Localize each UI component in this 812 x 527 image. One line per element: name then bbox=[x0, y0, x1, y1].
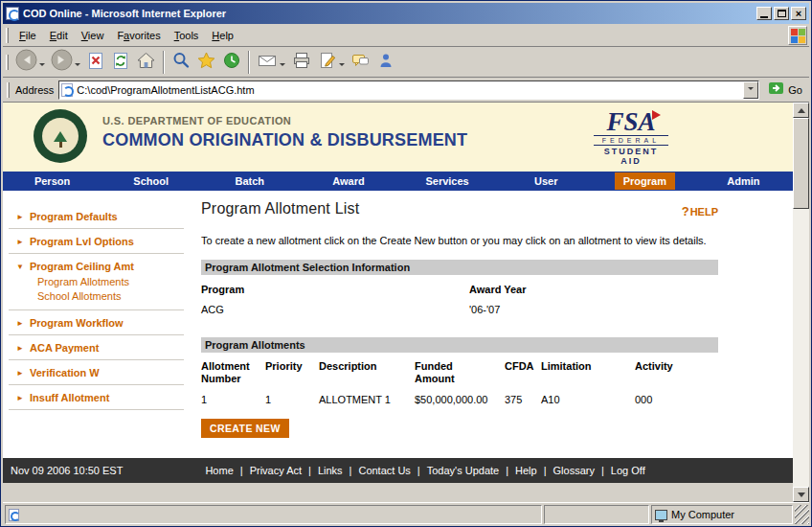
edit-button[interactable] bbox=[315, 49, 348, 76]
mail-envelope-icon bbox=[257, 51, 278, 74]
footer-link-links[interactable]: Links bbox=[318, 465, 343, 476]
page-icon bbox=[61, 83, 73, 97]
cell-cfda: 375 bbox=[505, 394, 541, 405]
toolbar-grip[interactable] bbox=[6, 55, 9, 70]
main-panel: Program Allotment List ?HELP To create a… bbox=[190, 191, 718, 458]
print-button[interactable] bbox=[288, 49, 315, 76]
address-dropdown-button[interactable] bbox=[743, 81, 758, 99]
sidebar-item-ceiling-header[interactable]: ▼Program Ceiling Amt bbox=[16, 261, 184, 272]
create-new-button[interactable]: CREATE NEW bbox=[201, 419, 289, 438]
forward-icon bbox=[51, 49, 73, 75]
back-dropdown-icon[interactable] bbox=[39, 63, 45, 69]
stop-button[interactable] bbox=[83, 49, 108, 76]
status-pane-zone: My Computer bbox=[651, 505, 793, 524]
cell-priority: 1 bbox=[265, 394, 319, 405]
cell-limitation: A10 bbox=[541, 394, 635, 405]
home-icon bbox=[136, 51, 156, 74]
address-bar: Address Go bbox=[3, 78, 809, 103]
maximize-icon bbox=[778, 10, 786, 17]
footer-link-todays-update[interactable]: Today's Update bbox=[427, 465, 499, 476]
browser-window: COD Online - Microsoft Internet Explorer… bbox=[0, 0, 812, 527]
nav-batch[interactable]: Batch bbox=[200, 172, 299, 191]
history-button[interactable] bbox=[219, 49, 244, 76]
footer-link-home[interactable]: Home bbox=[205, 465, 233, 476]
chevron-down-icon bbox=[748, 87, 754, 93]
menu-file[interactable]: File bbox=[12, 27, 43, 44]
sidebar-item-insuff-allotment[interactable]: ►Insuff Allotment bbox=[9, 385, 184, 410]
app-icon bbox=[6, 7, 19, 20]
col-header-priority: Priority bbox=[265, 360, 319, 385]
nav-services[interactable]: Services bbox=[398, 172, 497, 191]
footer-link-contact-us[interactable]: Contact Us bbox=[358, 465, 410, 476]
sidebar-item-aca-payment[interactable]: ►ACA Payment bbox=[9, 335, 184, 360]
status-pane-progress bbox=[544, 505, 649, 524]
page-bottom-gap bbox=[3, 483, 793, 502]
menu-view[interactable]: View bbox=[75, 27, 111, 44]
scrollbar-thumb[interactable] bbox=[793, 118, 809, 209]
menu-favorites[interactable]: Favorites bbox=[110, 27, 167, 44]
mail-button[interactable] bbox=[254, 49, 288, 76]
footer-links: Home | Privacy Act | Links | Contact Us … bbox=[205, 465, 644, 476]
fsa-subtitle2: STUDENT AID bbox=[594, 147, 668, 166]
chevron-right-icon: ► bbox=[16, 344, 30, 353]
sidebar-item-program-workflow[interactable]: ►Program Workflow bbox=[9, 310, 184, 335]
printer-icon bbox=[291, 51, 312, 74]
toolbar-grip[interactable] bbox=[6, 28, 9, 43]
allotment-row[interactable]: 1 1 ALLOTMENT 1 $50,000,000.00 375 A10 0… bbox=[201, 394, 718, 405]
messenger-button[interactable] bbox=[373, 49, 398, 76]
search-button[interactable] bbox=[169, 49, 193, 76]
go-button[interactable]: Go bbox=[764, 80, 806, 101]
nav-school[interactable]: School bbox=[102, 172, 200, 191]
footer-link-glossary[interactable]: Glossary bbox=[553, 465, 595, 476]
col-header-description: Description bbox=[319, 360, 415, 385]
footer-timestamp: Nov 09 2006 10:50 EST bbox=[3, 465, 123, 476]
col-header-allotment-number: Allotment Number bbox=[201, 360, 265, 385]
scroll-down-button[interactable] bbox=[793, 487, 809, 502]
favorites-button[interactable] bbox=[193, 49, 219, 76]
forward-dropdown-icon[interactable] bbox=[75, 63, 80, 69]
cell-program: ACG bbox=[201, 304, 469, 325]
home-button[interactable] bbox=[133, 49, 159, 76]
messenger-person-icon bbox=[376, 51, 395, 74]
discuss-button[interactable] bbox=[348, 49, 373, 76]
cell-allotment-number[interactable]: 1 bbox=[201, 394, 265, 405]
menu-edit[interactable]: Edit bbox=[43, 27, 75, 44]
scrollbar-track[interactable] bbox=[793, 209, 809, 487]
scroll-up-button[interactable] bbox=[793, 103, 809, 118]
resize-grip[interactable] bbox=[795, 505, 809, 524]
minimize-button[interactable] bbox=[756, 7, 772, 20]
nav-user[interactable]: User bbox=[497, 172, 596, 191]
sidebar-item-school-allotments[interactable]: School Allotments bbox=[37, 289, 184, 304]
menu-help[interactable]: Help bbox=[205, 27, 240, 44]
nav-person[interactable]: Person bbox=[3, 172, 102, 191]
sidebar-item-verification-w[interactable]: ►Verification W bbox=[9, 360, 184, 385]
status-bar: My Computer bbox=[3, 502, 809, 524]
menu-tools[interactable]: Tools bbox=[168, 27, 206, 44]
footer-link-log-off[interactable]: Log Off bbox=[611, 465, 645, 476]
back-button[interactable] bbox=[12, 47, 48, 77]
close-button[interactable]: × bbox=[791, 7, 806, 20]
help-link[interactable]: ?HELP bbox=[682, 204, 718, 218]
sidebar-item-program-defaults[interactable]: ►Program Defaults bbox=[9, 204, 184, 229]
sidebar-item-program-lvl-options[interactable]: ►Program Lvl Options bbox=[9, 229, 184, 254]
sidebar-item-program-allotments[interactable]: Program Allotments bbox=[37, 275, 184, 289]
nav-award[interactable]: Award bbox=[299, 172, 397, 191]
page-icon bbox=[9, 509, 19, 521]
nav-admin[interactable]: Admin bbox=[694, 172, 793, 191]
maximize-button[interactable] bbox=[774, 7, 789, 20]
toolbar-grip[interactable] bbox=[7, 82, 10, 98]
search-icon bbox=[171, 51, 191, 74]
fsa-logo: FSA FEDERAL STUDENT AID bbox=[594, 108, 668, 166]
edit-dropdown-icon[interactable] bbox=[339, 63, 345, 69]
nav-program[interactable]: Program bbox=[596, 172, 694, 191]
cod-banner: U.S. DEPARTMENT OF EDUCATION COMMON ORIG… bbox=[3, 103, 793, 172]
address-input[interactable] bbox=[77, 82, 743, 98]
footer-link-help[interactable]: Help bbox=[515, 465, 537, 476]
refresh-button[interactable] bbox=[108, 49, 133, 76]
mail-dropdown-icon[interactable] bbox=[280, 63, 285, 69]
scroll-down-icon bbox=[798, 493, 805, 501]
sidebar: ►Program Defaults ►Program Lvl Options ▼… bbox=[3, 191, 190, 458]
forward-button[interactable] bbox=[48, 47, 83, 77]
go-label: Go bbox=[788, 84, 802, 96]
footer-link-privacy-act[interactable]: Privacy Act bbox=[250, 465, 302, 476]
